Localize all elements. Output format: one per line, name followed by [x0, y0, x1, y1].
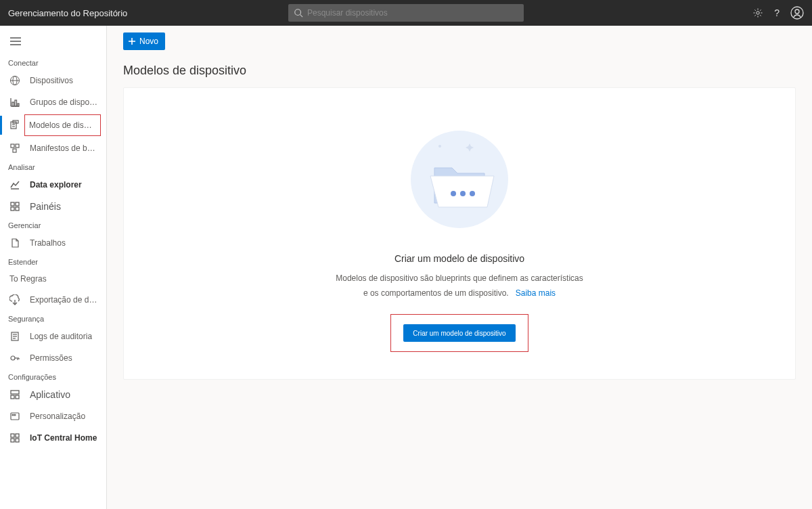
svg-point-50 — [451, 191, 456, 196]
list-icon — [9, 331, 20, 342]
sidebar-item-label: Painéis — [30, 201, 61, 212]
app-title: Gerenciamento do Repositório — [8, 8, 127, 18]
sidebar-item-label: Exportação de dados — [30, 295, 98, 305]
svg-rect-27 — [16, 207, 19, 211]
svg-rect-39 — [16, 395, 19, 399]
sidebar-item-label: To Regras — [9, 274, 47, 284]
sidebar-item-label: IoT Central Home — [30, 433, 97, 443]
svg-point-3 — [791, 7, 803, 19]
section-extend: Estender — [0, 254, 106, 269]
sidebar-item-label: Dispositivos — [30, 76, 73, 85]
empty-title: Criar um modelo de dispositivo — [394, 253, 524, 264]
sidebar-item-label: Personalização — [30, 412, 85, 421]
sidebar-item-data-export[interactable]: Exportação de dados — [0, 289, 106, 311]
empty-desc-text: e os comportamentos de um dispositivo. — [363, 288, 509, 298]
svg-point-0 — [295, 9, 301, 16]
toolbar: Novo — [107, 26, 812, 50]
line-chart-icon — [9, 179, 20, 190]
svg-rect-38 — [11, 395, 14, 399]
gear-icon[interactable] — [752, 7, 763, 18]
sidebar-item-label: Logs de auditoria — [30, 332, 92, 341]
template-icon — [9, 120, 20, 131]
palette-icon — [9, 411, 20, 422]
create-template-button[interactable]: Criar um modelo de dispositivo — [403, 324, 515, 342]
main-content: Novo Modelos de dispositivo — [107, 26, 812, 509]
svg-rect-22 — [13, 149, 16, 152]
export-icon — [9, 294, 20, 305]
search-box[interactable] — [288, 4, 524, 22]
svg-rect-20 — [11, 144, 14, 148]
home-icon — [9, 433, 20, 443]
sidebar-item-dashboards[interactable]: Painéis — [0, 196, 106, 217]
svg-rect-43 — [11, 434, 14, 437]
globe-icon — [9, 75, 20, 86]
sidebar-item-label: Data explorer — [30, 180, 82, 190]
svg-point-41 — [12, 414, 14, 416]
search-icon — [294, 8, 303, 18]
svg-point-4 — [795, 9, 799, 14]
sidebar-item-audit-logs[interactable]: Logs de auditoria — [0, 326, 106, 347]
sidebar-item-label: Aplicativo — [30, 389, 70, 400]
svg-rect-37 — [11, 391, 19, 394]
svg-point-53 — [438, 145, 441, 148]
section-settings: Configurações — [0, 369, 106, 384]
sidebar-item-permissions[interactable]: Permissões — [0, 347, 106, 369]
sidebar-item-devices[interactable]: Dispositivos — [0, 70, 106, 91]
section-connect: Conectar — [0, 55, 106, 70]
empty-desc-line2: e os comportamentos de um dispositivo. S… — [363, 287, 556, 299]
sidebar-item-device-groups[interactable]: Grupos de dispositivos — [0, 91, 106, 113]
section-manage: Gerenciar — [0, 217, 106, 232]
new-button[interactable]: Novo — [123, 32, 165, 50]
topbar-right: ? — [752, 6, 804, 20]
sidebar-item-application[interactable]: Aplicativo — [0, 384, 106, 405]
empty-state-card: Criar um modelo de dispositivo Modelos d… — [123, 87, 796, 380]
svg-point-51 — [460, 191, 466, 196]
sidebar-item-label: Trabalhos — [30, 238, 66, 248]
svg-rect-26 — [11, 207, 14, 211]
help-icon[interactable]: ? — [774, 7, 780, 18]
svg-rect-45 — [11, 439, 14, 442]
sidebar: Conectar Dispositivos Grupos de disposit… — [0, 26, 107, 509]
grid-icon — [9, 201, 20, 212]
section-security: Segurança — [0, 311, 106, 326]
sidebar-item-rules[interactable]: To Regras — [0, 269, 106, 289]
svg-point-52 — [470, 191, 475, 196]
hamburger-button[interactable] — [0, 32, 106, 55]
sidebar-item-device-templates[interactable]: Modelos de dispositivo — [0, 113, 106, 137]
sidebar-item-iot-central-home[interactable]: IoT Central Home — [0, 427, 106, 449]
empty-state: Criar um modelo de dispositivo Modelos d… — [322, 88, 597, 379]
page-title: Modelos de dispositivo — [107, 50, 812, 87]
cta-highlight-box: Criar um modelo de dispositivo — [390, 314, 528, 352]
learn-more-link[interactable]: Saiba mais — [516, 288, 556, 298]
sidebar-item-customization[interactable]: Personalização — [0, 405, 106, 427]
svg-rect-13 — [12, 102, 14, 106]
top-bar: Gerenciamento do Repositório ? — [0, 0, 812, 26]
search-input[interactable] — [307, 8, 518, 18]
new-button-label: Novo — [139, 37, 158, 46]
sidebar-item-edge-manifests[interactable]: Manifestos de borda — [0, 137, 106, 159]
empty-desc-line1: Modelos de dispositivo são blueprints qu… — [336, 272, 583, 284]
folder-illustration — [402, 122, 517, 237]
svg-point-33 — [11, 356, 15, 360]
svg-line-1 — [300, 15, 303, 18]
boxes-icon — [9, 143, 20, 154]
chart-icon — [9, 97, 20, 108]
svg-rect-46 — [16, 439, 19, 442]
svg-rect-25 — [16, 202, 19, 206]
svg-rect-14 — [15, 100, 17, 106]
sidebar-item-data-explorer[interactable]: Data explorer — [0, 174, 106, 196]
document-icon — [9, 238, 20, 248]
svg-point-2 — [757, 12, 759, 14]
account-icon[interactable] — [790, 6, 804, 20]
svg-point-42 — [14, 414, 16, 416]
section-analyze: Analisar — [0, 159, 106, 174]
svg-rect-24 — [11, 202, 14, 206]
sidebar-item-jobs[interactable]: Trabalhos — [0, 232, 106, 254]
svg-rect-15 — [18, 104, 19, 106]
sidebar-item-label: Permissões — [30, 353, 72, 363]
sidebar-item-label: Modelos de dispositivo — [24, 114, 101, 136]
sidebar-item-label: Grupos de dispositivos — [30, 97, 98, 107]
svg-rect-44 — [16, 434, 19, 437]
app-icon — [9, 389, 20, 400]
svg-rect-21 — [16, 144, 19, 148]
